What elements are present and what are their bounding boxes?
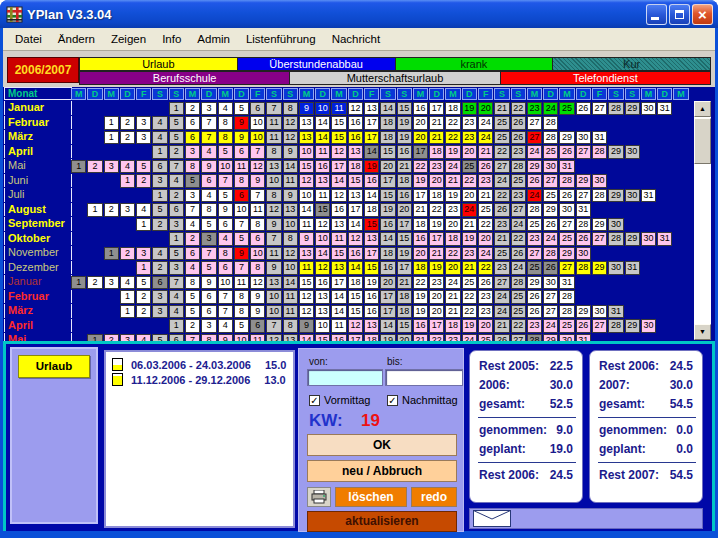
day-cell[interactable]: 20 (380, 276, 395, 290)
nachmittag-checkbox[interactable]: ✓ Nachmittag (387, 394, 458, 406)
day-cell[interactable]: 16 (364, 305, 379, 319)
day-cell[interactable]: 6 (185, 116, 200, 130)
day-cell[interactable]: 26 (576, 232, 591, 246)
day-cell[interactable]: 13 (299, 116, 314, 130)
day-cell[interactable]: 10 (234, 334, 249, 342)
day-cell[interactable]: 11 (331, 319, 346, 333)
day-cell[interactable]: 27 (576, 145, 591, 159)
day-cell[interactable]: 12 (266, 334, 281, 342)
day-cell[interactable]: 17 (397, 261, 412, 275)
day-cell[interactable]: 18 (429, 189, 444, 203)
day-cell[interactable]: 17 (380, 290, 395, 304)
day-cell[interactable]: 19 (445, 145, 460, 159)
day-cell[interactable]: 16 (397, 189, 412, 203)
day-cell[interactable]: 9 (201, 276, 216, 290)
day-cell[interactable]: 21 (445, 174, 460, 188)
day-cell[interactable]: 1 (71, 160, 86, 174)
day-cell[interactable]: 2 (87, 160, 102, 174)
day-cell[interactable]: 5 (169, 131, 184, 145)
day-cell[interactable]: 11 (266, 116, 281, 130)
day-cell[interactable]: 25 (511, 305, 526, 319)
day-cell[interactable]: 20 (445, 218, 460, 232)
day-cell[interactable]: 14 (331, 305, 346, 319)
day-cell[interactable]: 19 (462, 232, 477, 246)
day-cell[interactable]: 23 (511, 189, 526, 203)
day-cell[interactable]: 16 (380, 261, 395, 275)
day-cell[interactable]: 29 (592, 218, 607, 232)
day-cell[interactable]: 24 (527, 189, 542, 203)
day-cell[interactable]: 4 (169, 174, 184, 188)
menu-item-nachricht[interactable]: Nachricht (324, 30, 389, 48)
day-cell[interactable]: 12 (315, 218, 330, 232)
day-cell[interactable]: 6 (250, 232, 265, 246)
day-cell[interactable]: 13 (283, 203, 298, 217)
day-cell[interactable]: 1 (169, 232, 184, 246)
menu-item-admin[interactable]: Admin (189, 30, 238, 48)
day-cell[interactable]: 19 (397, 131, 412, 145)
minimize-button[interactable] (646, 4, 667, 25)
day-cell[interactable]: 20 (462, 145, 477, 159)
day-cell[interactable]: 17 (364, 247, 379, 261)
day-cell[interactable]: 19 (380, 203, 395, 217)
day-cell[interactable]: 5 (201, 218, 216, 232)
day-cell[interactable]: 28 (527, 203, 542, 217)
day-cell[interactable]: 24 (478, 131, 493, 145)
day-cell[interactable]: 1 (87, 334, 102, 342)
day-cell[interactable]: 29 (608, 189, 623, 203)
day-cell[interactable]: 1 (169, 319, 184, 333)
day-cell[interactable]: 17 (380, 174, 395, 188)
day-cell[interactable]: 10 (234, 203, 249, 217)
day-cell[interactable]: 3 (152, 290, 167, 304)
day-cell[interactable]: 22 (478, 218, 493, 232)
day-cell[interactable]: 2 (185, 232, 200, 246)
day-cell[interactable]: 7 (169, 160, 184, 174)
day-cell[interactable]: 20 (462, 189, 477, 203)
day-cell[interactable]: 12 (283, 247, 298, 261)
day-cell[interactable]: 21 (445, 290, 460, 304)
list-item[interactable]: 06.03.2006 - 24.03.200615.0 (106, 357, 293, 372)
day-cell[interactable]: 14 (380, 319, 395, 333)
day-cell[interactable]: 22 (445, 116, 460, 130)
day-cell[interactable]: 18 (348, 276, 363, 290)
day-cell[interactable]: 15 (364, 218, 379, 232)
day-cell[interactable]: 4 (152, 131, 167, 145)
day-cell[interactable]: 31 (559, 160, 574, 174)
day-cell[interactable]: 6 (152, 276, 167, 290)
day-cell[interactable]: 29 (543, 334, 558, 342)
day-cell[interactable]: 13 (348, 145, 363, 159)
day-cell[interactable]: 25 (494, 116, 509, 130)
day-cell[interactable]: 25 (462, 276, 477, 290)
day-cell[interactable]: 9 (266, 261, 281, 275)
day-cell[interactable]: 15 (331, 247, 346, 261)
day-cell[interactable]: 9 (299, 319, 314, 333)
day-cell[interactable]: 15 (315, 334, 330, 342)
day-cell[interactable]: 6 (185, 247, 200, 261)
day-cell[interactable]: 2 (169, 189, 184, 203)
day-cell[interactable]: 22 (462, 305, 477, 319)
day-cell[interactable]: 22 (429, 334, 444, 342)
day-cell[interactable]: 21 (445, 305, 460, 319)
day-cell[interactable]: 22 (413, 160, 428, 174)
day-cell[interactable]: 19 (397, 116, 412, 130)
day-cell[interactable]: 9 (250, 305, 265, 319)
day-cell[interactable]: 20 (413, 247, 428, 261)
day-cell[interactable]: 20 (429, 290, 444, 304)
day-cell[interactable]: 5 (152, 334, 167, 342)
day-cell[interactable]: 25 (527, 261, 542, 275)
day-cell[interactable]: 27 (527, 116, 542, 130)
day-cell[interactable]: 14 (331, 290, 346, 304)
day-cell[interactable]: 16 (364, 174, 379, 188)
day-cell[interactable]: 22 (511, 319, 526, 333)
day-cell[interactable]: 15 (315, 203, 330, 217)
day-cell[interactable]: 16 (413, 319, 428, 333)
day-cell[interactable]: 19 (413, 305, 428, 319)
day-cell[interactable]: 2 (87, 276, 102, 290)
day-cell[interactable]: 7 (201, 247, 216, 261)
day-cell[interactable]: 31 (657, 102, 672, 116)
day-cell[interactable]: 27 (527, 131, 542, 145)
day-cell[interactable]: 4 (120, 160, 135, 174)
von-input[interactable] (307, 369, 383, 386)
day-cell[interactable]: 26 (559, 189, 574, 203)
day-cell[interactable]: 5 (234, 319, 249, 333)
day-cell[interactable]: 26 (527, 305, 542, 319)
